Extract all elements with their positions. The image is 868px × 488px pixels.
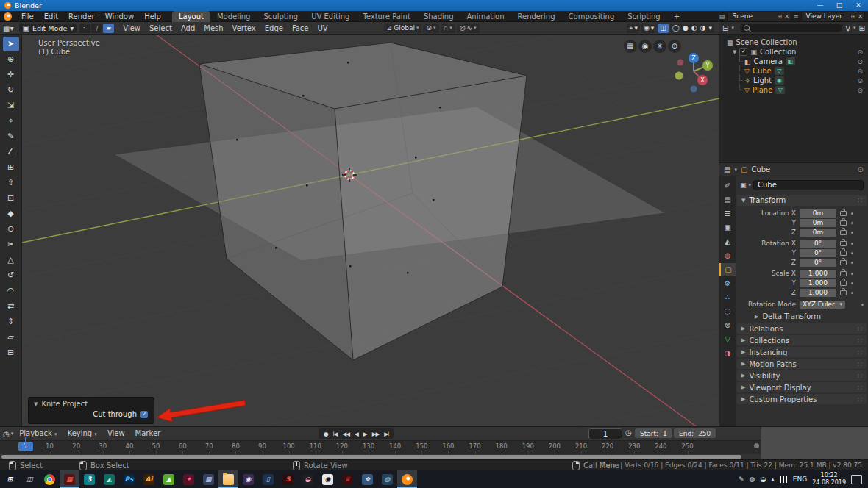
timeline-scrollbar[interactable] — [1, 455, 741, 459]
transform-value-field[interactable]: 0° — [800, 249, 836, 257]
transform-value-field[interactable]: 1.000 — [800, 289, 836, 297]
menu-edit[interactable]: Edit — [39, 11, 63, 22]
new-scene-icon[interactable]: ⊞ — [777, 13, 782, 20]
tool-measure[interactable]: ∠ — [3, 145, 19, 159]
cut-through-checkbox[interactable]: ✓ — [140, 411, 148, 418]
properties-tab-world[interactable]: ◍ — [719, 249, 736, 262]
add-workspace-button[interactable]: + — [667, 11, 686, 22]
viewport-menu-face[interactable]: Face — [288, 23, 313, 34]
tool-edge-slide[interactable]: ⇄ — [3, 299, 19, 314]
viewport-menu-mesh[interactable]: Mesh — [199, 23, 227, 34]
transform-value-field[interactable]: 0m — [800, 209, 836, 218]
tray-app-1-icon[interactable]: ◒ — [760, 476, 766, 483]
properties-tab-constraints[interactable]: ⊗ — [719, 319, 736, 332]
unlink-scene-icon[interactable]: ✕ — [784, 13, 789, 20]
viewport-menu-vertex[interactable]: Vertex — [228, 23, 260, 34]
taskbar-paw-app[interactable]: ❖ — [357, 470, 377, 488]
workspace-tab-rendering[interactable]: Rendering — [511, 11, 561, 22]
properties-tab-view-layer[interactable]: ▣ — [719, 221, 736, 234]
taskbar-tablet-app[interactable]: ▯ — [258, 470, 278, 488]
rendered-shading-button[interactable]: ◑ — [700, 24, 706, 32]
lock-icon[interactable] — [840, 241, 847, 246]
taskbar-task-view[interactable]: ◫ — [20, 470, 40, 488]
camera-view-button[interactable]: ◉ — [638, 40, 652, 53]
eye-icon[interactable]: ⊙ — [857, 77, 863, 85]
transform-value-field[interactable]: 0m — [800, 219, 836, 227]
snap-toggle[interactable]: ∩ ▾ — [441, 24, 455, 33]
taskbar-start[interactable]: ⊞ — [0, 470, 20, 488]
collapse-icon[interactable]: ▼ — [733, 49, 736, 55]
taskbar-photoshop[interactable]: Ps — [119, 470, 139, 488]
menu-view[interactable]: View — [103, 427, 129, 440]
tray-pen-icon[interactable]: ✎ — [739, 476, 744, 483]
lock-icon[interactable] — [840, 251, 847, 256]
playback-play-button[interactable]: ▶ — [361, 431, 369, 437]
animate-dot[interactable] — [851, 232, 853, 234]
viewport-menu-add[interactable]: Add — [177, 23, 199, 34]
taskbar-magenta-swirl-app[interactable]: ✦ — [179, 470, 199, 488]
face-select-mode-button[interactable]: ▰ — [103, 24, 114, 33]
workspace-tab-scripting[interactable]: Scripting — [621, 11, 666, 22]
viewport-3d[interactable]: User Perspective (1) Cube ▦ ◉ ✳ ⊕ Z — [22, 35, 719, 426]
menu-file[interactable]: File — [16, 11, 39, 22]
timeline-ruler[interactable]: 1102030405060708090100110120130140150160… — [0, 440, 761, 454]
close-button[interactable]: ✕ — [849, 0, 868, 11]
navigation-gizmo[interactable]: Z Y X — [669, 52, 719, 104]
tool-annotate[interactable]: ✎ — [3, 129, 19, 144]
view-layer-selector[interactable]: View Layer ⊞ ✕ — [801, 11, 865, 21]
proportional-editing-toggle[interactable]: ◎ ∿ ▾ — [457, 24, 480, 33]
eye-icon[interactable]: ⊙ — [857, 68, 863, 75]
tool-bevel[interactable]: ◆ — [3, 207, 19, 221]
animate-dot[interactable] — [851, 273, 853, 275]
region-handle[interactable] — [754, 443, 759, 448]
xray-toggle[interactable]: ◫ — [658, 24, 669, 33]
section-visibility[interactable]: ▶Visibility∷ — [737, 370, 867, 381]
properties-tab-tool[interactable]: ✐ — [719, 179, 736, 193]
properties-tab-particles[interactable]: ∴ — [719, 291, 736, 304]
start-frame-field[interactable]: Start: 1 — [635, 428, 672, 438]
transform-value-field[interactable]: 0° — [800, 259, 836, 267]
animate-dot[interactable] — [851, 282, 853, 284]
properties-tab-render[interactable]: ▤ — [719, 193, 736, 207]
collection-checkbox[interactable]: ✓ — [739, 48, 747, 56]
playback-next-keyframe-button[interactable]: ▶▶ — [370, 431, 382, 437]
editor-type-button[interactable]: ▦ ▾ — [0, 24, 16, 32]
animate-dot[interactable] — [851, 262, 853, 264]
taskbar-photos-app[interactable]: ◉ — [238, 470, 258, 488]
new-collection-button[interactable]: ⊞ — [859, 24, 865, 32]
tool-scale[interactable]: ⇲ — [3, 98, 19, 113]
transform-panel-header[interactable]: ▼ Transform ∷ — [737, 195, 867, 206]
properties-tab-scene[interactable]: ◭ — [719, 235, 736, 248]
taskbar-card-app[interactable]: ◉ — [318, 470, 338, 488]
taskbar-red-cube-app[interactable]: ▦ — [60, 470, 79, 488]
taskbar-calculator[interactable]: ▦ — [199, 470, 218, 488]
pivot-dropdown[interactable]: ⊙ ▾ — [423, 24, 438, 33]
lock-icon[interactable] — [840, 271, 847, 276]
lock-icon[interactable] — [840, 230, 847, 235]
section-motion-paths[interactable]: ▶Motion Paths∷ — [737, 359, 867, 369]
current-frame-field[interactable]: 1 — [588, 428, 622, 439]
outliner-item-camera[interactable]: ◧Camera◧⊙ — [719, 57, 868, 66]
transform-value-field[interactable]: 1.000 — [800, 270, 836, 278]
lock-icon[interactable] — [840, 281, 847, 286]
show-gizmo-dropdown[interactable]: ⌖ ▾ — [627, 24, 640, 33]
playback-play-reverse-button[interactable]: ◀ — [352, 431, 360, 437]
taskbar-illustrator[interactable]: Ai — [139, 470, 159, 488]
solid-shading-button[interactable]: ● — [683, 24, 689, 32]
scene-selector[interactable]: Scene ⊞ ✕ — [727, 11, 791, 21]
properties-tab-material[interactable]: ◑ — [719, 347, 736, 360]
workspace-tab-compositing[interactable]: Compositing — [562, 11, 622, 22]
properties-tab-object-data[interactable]: ▽ — [719, 333, 736, 346]
vertex-select-mode-button[interactable]: ⠂ — [79, 24, 90, 33]
orientation-dropdown[interactable]: ⊿ Global ▾ — [384, 24, 422, 33]
tool-add-cube[interactable]: ⊞ — [3, 160, 19, 175]
object-name-field[interactable]: Cube — [753, 180, 864, 190]
eye-icon[interactable]: ⊙ — [857, 87, 863, 94]
tool-inset-faces[interactable]: ⊡ — [3, 191, 19, 206]
tool-smooth[interactable]: ◠ — [3, 284, 19, 298]
lock-icon[interactable] — [840, 211, 847, 216]
network-signal-icon[interactable] — [780, 476, 788, 483]
tool-move[interactable]: ✛ — [3, 68, 19, 82]
transform-value-field[interactable]: 0m — [800, 229, 836, 237]
animate-dot[interactable] — [851, 212, 853, 215]
